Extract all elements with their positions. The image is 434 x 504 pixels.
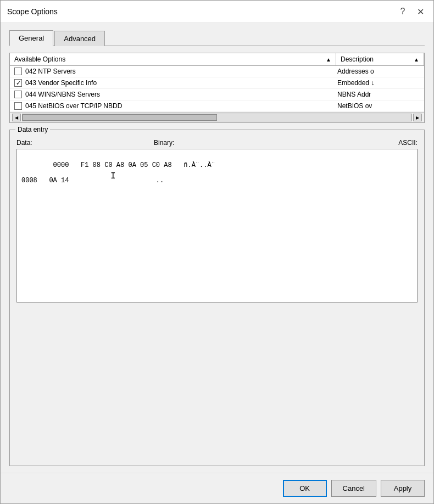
title-bar-right: ? ✕	[396, 5, 427, 18]
cancel-button[interactable]: Cancel	[331, 480, 376, 497]
help-button[interactable]: ?	[396, 5, 409, 18]
table-row: 045 NetBIOS over TCP/IP NBDD NetBIOS ov	[10, 100, 424, 112]
apply-button[interactable]: Apply	[381, 480, 425, 497]
col-header-desc: Description ▲	[336, 53, 424, 65]
option-checkbox-043[interactable]	[14, 79, 22, 87]
option-checkbox-045[interactable]	[14, 102, 22, 110]
option-name-044: 044 WINS/NBNS Servers	[25, 91, 337, 98]
data-entry-group: Data entry Data: Binary: ASCII: 0000 F1 …	[9, 130, 425, 466]
sort-arrow-desc: ▲	[414, 57, 419, 63]
table-row: 043 Vendor Specific Info Embedded ↓	[10, 77, 424, 89]
options-table-header: Available Options ▲ Description ▲	[10, 53, 424, 66]
option-desc-044: NBNS Addr	[337, 91, 420, 98]
option-checkbox-042[interactable]	[14, 68, 22, 75]
dialog-content: General Advanced Available Options ▲ Des…	[1, 23, 433, 473]
col-header-name: Available Options ▲	[10, 53, 336, 65]
label-ascii: ASCII:	[352, 139, 418, 147]
horizontal-scrollbar[interactable]	[22, 114, 412, 121]
option-desc-045: NetBIOS ov	[337, 102, 420, 110]
scroll-right-button[interactable]: ▶	[413, 114, 422, 121]
data-line-1: 0000 F1 08 C0 A8 0A 05 C0 A8 ñ.À¨..À¨	[53, 161, 215, 169]
dialog-footer: OK Cancel Apply	[1, 473, 433, 503]
close-button[interactable]: ✕	[414, 5, 427, 18]
tabs: General Advanced	[9, 30, 425, 46]
scope-options-dialog: Scope Options ? ✕ General Advanced Avail…	[0, 0, 434, 504]
text-cursor: I	[110, 171, 116, 181]
dialog-title: Scope Options	[7, 7, 58, 16]
data-entry-textbox[interactable]: 0000 F1 08 C0 A8 0A 05 C0 A8 ñ.À¨..À¨ 00…	[16, 149, 418, 303]
option-name-042: 042 NTP Servers	[25, 68, 337, 75]
data-entry-legend: Data entry	[15, 126, 50, 133]
option-name-045: 045 NetBIOS over TCP/IP NBDD	[25, 102, 337, 110]
title-bar-left: Scope Options	[7, 7, 58, 16]
option-desc-042: Addresses o	[337, 68, 420, 75]
tab-general[interactable]: General	[9, 30, 53, 46]
scrollbar-thumb[interactable]	[23, 114, 217, 121]
table-row: 042 NTP Servers Addresses o	[10, 66, 424, 77]
data-line-2: 0008 0A 14 ..	[21, 177, 164, 184]
table-row: 044 WINS/NBNS Servers NBNS Addr	[10, 89, 424, 100]
option-checkbox-044[interactable]	[14, 91, 22, 98]
sort-arrow-name: ▲	[326, 57, 331, 63]
data-entry-labels: Data: Binary: ASCII:	[16, 139, 418, 147]
option-desc-043: Embedded ↓	[337, 79, 420, 87]
label-data: Data:	[16, 139, 154, 147]
tab-advanced[interactable]: Advanced	[54, 31, 105, 46]
horizontal-scrollbar-area: ◀ ▶	[10, 112, 424, 122]
ok-button[interactable]: OK	[283, 480, 327, 497]
scroll-left-button[interactable]: ◀	[12, 114, 21, 121]
options-rows: 042 NTP Servers Addresses o 043 Vendor S…	[10, 66, 424, 112]
label-binary: Binary:	[154, 139, 352, 147]
option-name-043: 043 Vendor Specific Info	[25, 79, 337, 87]
title-bar: Scope Options ? ✕	[1, 1, 433, 23]
options-table-container: Available Options ▲ Description ▲ 042 NT…	[9, 53, 425, 123]
